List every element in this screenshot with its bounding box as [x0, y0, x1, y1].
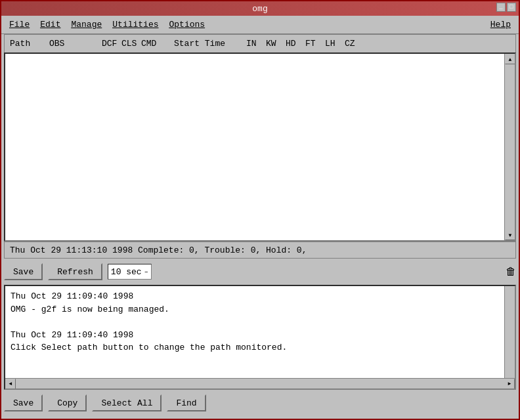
col-header-cls: CLS	[121, 39, 141, 49]
upper-section: ▲ ▼	[1, 52, 519, 242]
main-table[interactable]: ▲ ▼	[4, 52, 516, 242]
select-all-button[interactable]: Select All	[92, 394, 162, 411]
main-content: Path OBS DCF CLS CMD Start Time IN KW HD…	[1, 34, 519, 419]
status-bar: Thu Oct 29 11:13:10 1998 Complete: 0, Tr…	[4, 242, 516, 259]
table-scrollbar-right[interactable]: ▲ ▼	[504, 54, 515, 240]
window-title: omg	[252, 4, 267, 14]
scroll-up-icon: ▲	[509, 56, 512, 62]
minimize-button[interactable]: _	[496, 3, 506, 12]
bottom-toolbar: Save Copy Select All Find	[4, 392, 516, 413]
col-header-start: Start Time	[174, 39, 246, 49]
minimize-icon: _	[499, 4, 502, 10]
log-scrollbar-right[interactable]	[504, 286, 515, 378]
menu-options[interactable]: Options	[164, 18, 211, 31]
col-header-cmd: CMD	[141, 39, 174, 49]
col-header-path: Path	[10, 39, 49, 49]
scroll-down-button[interactable]: ▼	[505, 230, 515, 240]
log-area[interactable]: Thu Oct 29 11:09:40 1998 OMG - g2f is no…	[4, 285, 516, 390]
log-scrollbar-bottom[interactable]: ◄ ►	[5, 378, 515, 388]
table-content: ▲ ▼	[5, 54, 515, 240]
trash-icon: 🗑	[506, 266, 516, 278]
col-header-ft: FT	[305, 39, 325, 49]
find-button[interactable]: Find	[167, 394, 206, 411]
menu-help[interactable]: Help	[485, 18, 516, 31]
col-header-kw: KW	[266, 39, 286, 49]
scroll-track	[505, 64, 515, 230]
col-header-cz: CZ	[345, 39, 364, 49]
col-header-in: IN	[246, 39, 266, 49]
scroll-right-icon: ►	[508, 381, 511, 387]
menu-utilities[interactable]: Utilities	[107, 18, 163, 31]
col-header-dcf: DCF	[102, 39, 121, 49]
copy-button[interactable]: Copy	[48, 394, 87, 411]
title-bar-buttons: _ □	[496, 3, 516, 12]
status-text: Thu Oct 29 11:13:10 1998 Complete: 0, Tr…	[10, 245, 307, 255]
toolbar: Save Refresh 10 sec – 🗑	[4, 261, 516, 282]
scroll-down-icon: ▼	[509, 232, 512, 238]
menu-bar: File Edit Manage Utilities Options Help	[1, 16, 519, 34]
scroll-h-track	[16, 379, 504, 388]
interval-value: 10 sec	[111, 267, 142, 277]
save-button[interactable]: Save	[4, 263, 43, 280]
scroll-up-button[interactable]: ▲	[505, 54, 515, 64]
table-header: Path OBS DCF CLS CMD Start Time IN KW HD…	[4, 34, 516, 52]
menu-manage[interactable]: Manage	[66, 18, 107, 31]
trash-button[interactable]: 🗑	[506, 266, 516, 278]
title-bar: omg _ □	[1, 1, 519, 16]
col-header-hd: HD	[286, 39, 305, 49]
maximize-button[interactable]: □	[507, 3, 516, 12]
maximize-icon: □	[509, 4, 513, 10]
scroll-left-button[interactable]: ◄	[5, 379, 16, 389]
scroll-right-button[interactable]: ►	[504, 379, 515, 389]
scroll-left-icon: ◄	[9, 381, 12, 387]
menu-file[interactable]: File	[4, 18, 35, 31]
refresh-button[interactable]: Refresh	[48, 263, 102, 280]
bottom-save-button[interactable]: Save	[4, 394, 43, 411]
col-header-obs: OBS	[49, 39, 102, 49]
interval-control[interactable]: 10 sec –	[108, 264, 152, 280]
col-header-lh: LH	[325, 39, 345, 49]
log-text: Thu Oct 29 11:09:40 1998 OMG - g2f is no…	[5, 286, 504, 388]
main-window: omg _ □ File Edit Manage Utilities Optio…	[0, 0, 520, 420]
interval-arrow-icon[interactable]: –	[144, 268, 148, 276]
menu-edit[interactable]: Edit	[35, 18, 66, 31]
